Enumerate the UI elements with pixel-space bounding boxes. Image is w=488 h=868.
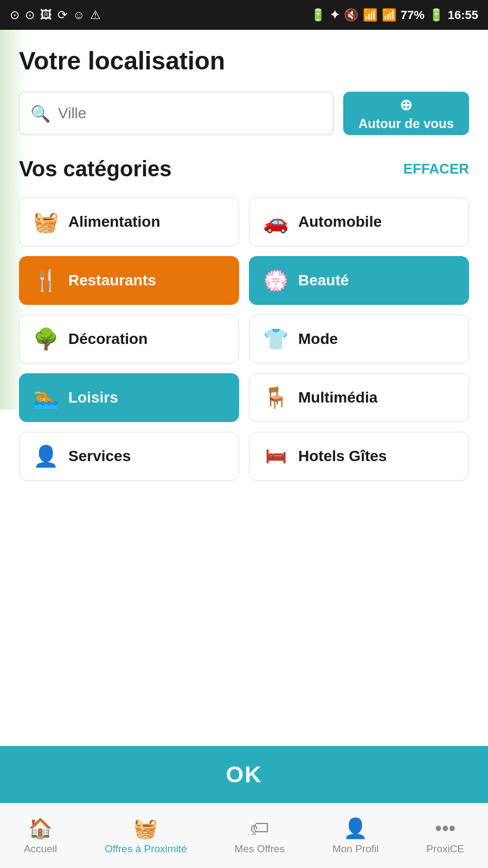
multimedia-icon: 🪑 [262, 386, 288, 410]
nav-accueil[interactable]: 🏠 Accueil [24, 817, 57, 855]
section-header: Vos catégories EFFACER [19, 157, 469, 181]
category-hotels[interactable]: 🛏 Hotels Gîtes [249, 432, 469, 481]
tag-icon: 🏷 [250, 817, 269, 840]
mode-icon: 👕 [262, 327, 288, 351]
section-title: Vos catégories [19, 157, 172, 181]
nav-offres[interactable]: 🧺 Offres à Proximité [105, 817, 187, 855]
services-label: Services [68, 448, 131, 465]
location-icon: ⊕ [400, 96, 412, 114]
location-button-label: Autour de vous [358, 116, 454, 131]
nav-offres-label: Offres à Proximité [105, 843, 187, 855]
category-alimentation[interactable]: 🧺 Alimentation [19, 197, 239, 246]
bluetooth-icon: ✦ [330, 8, 339, 22]
mute-icon: 🔇 [344, 8, 358, 22]
loisirs-icon: 🏊 [33, 386, 59, 410]
fb2-icon: ⊙ [25, 8, 35, 22]
nav-mon-profil-label: Mon Profil [332, 843, 379, 855]
automobile-label: Automobile [298, 213, 382, 231]
sync-icon: ⟳ [57, 8, 67, 22]
status-info: 🔋 ✦ 🔇 📶 📶 77% 🔋 16:55 [311, 8, 478, 22]
search-icon: 🔍 [30, 104, 50, 123]
nav-proxice[interactable]: ••• ProxiCE [426, 817, 464, 855]
category-loisirs[interactable]: 🏊 Loisirs [19, 373, 239, 422]
beaute-icon: 💮 [262, 269, 288, 292]
ok-button[interactable]: OK [0, 746, 488, 803]
alimentation-icon: 🧺 [33, 210, 59, 234]
nav-proxice-label: ProxiCE [426, 843, 464, 855]
multimedia-label: Multimédia [298, 389, 377, 406]
category-multimedia[interactable]: 🪑 Multimédia [249, 373, 469, 422]
modal-content: Votre localisation 🔍 ⊕ Autour de vous Vo… [0, 30, 488, 746]
category-mode[interactable]: 👕 Mode [249, 315, 469, 363]
hotels-icon: 🛏 [262, 445, 288, 468]
location-button[interactable]: ⊕ Autour de vous [343, 92, 469, 135]
status-icons: ⊙ ⊙ 🖼 ⟳ ☺ ⚠ [10, 8, 101, 22]
nav-mes-offres[interactable]: 🏷 Mes Offres [235, 817, 285, 855]
automobile-icon: 🚗 [262, 210, 288, 234]
alimentation-label: Alimentation [68, 213, 160, 231]
search-input[interactable] [58, 105, 322, 122]
more-icon: ••• [435, 817, 455, 840]
battery-icon: 🔋 [311, 8, 325, 22]
category-decoration[interactable]: 🌳 Décoration [19, 315, 239, 363]
nav-mon-profil[interactable]: 👤 Mon Profil [332, 817, 379, 855]
restaurants-icon: 🍴 [33, 269, 59, 292]
battery-pct: 77% [401, 8, 425, 22]
nav-mes-offres-label: Mes Offres [235, 843, 285, 855]
category-automobile[interactable]: 🚗 Automobile [249, 197, 469, 246]
search-row: 🔍 ⊕ Autour de vous [19, 92, 469, 135]
warn-icon: ⚠ [90, 8, 101, 22]
bottom-nav: 🏠 Accueil 🧺 Offres à Proximité 🏷 Mes Off… [0, 803, 488, 868]
home-icon: 🏠 [28, 817, 53, 840]
status-bar: ⊙ ⊙ 🖼 ⟳ ☺ ⚠ 🔋 ✦ 🔇 📶 📶 77% 🔋 16:55 [0, 0, 488, 30]
beaute-label: Beauté [298, 272, 349, 289]
fb-icon: ⊙ [10, 8, 20, 22]
restaurants-label: Restaurants [68, 272, 156, 289]
main-modal: Votre localisation 🔍 ⊕ Autour de vous Vo… [0, 30, 488, 868]
category-services[interactable]: 👤 Services [19, 432, 239, 481]
nav-accueil-label: Accueil [24, 843, 57, 855]
wifi-icon: 📶 [363, 8, 377, 22]
services-icon: 👤 [33, 444, 59, 468]
effacer-button[interactable]: EFFACER [403, 161, 469, 177]
page-title: Votre localisation [19, 46, 469, 75]
hotels-label: Hotels Gîtes [298, 448, 387, 465]
decoration-label: Décoration [68, 330, 147, 348]
category-beaute[interactable]: 💮 Beauté [249, 256, 469, 305]
category-restaurants[interactable]: 🍴 Restaurants [19, 256, 239, 305]
mode-label: Mode [298, 330, 338, 348]
basket-icon: 🧺 [133, 817, 158, 840]
decoration-icon: 🌳 [33, 327, 59, 351]
battery-full-icon: 🔋 [429, 8, 444, 22]
img-icon: 🖼 [40, 8, 52, 22]
profile-icon: 👤 [343, 817, 368, 840]
search-box[interactable]: 🔍 [19, 92, 333, 135]
category-grid: 🧺 Alimentation 🚗 Automobile 🍴 Restaurant… [19, 197, 469, 481]
signal-icon: 📶 [382, 8, 396, 22]
loisirs-label: Loisirs [68, 389, 118, 406]
time: 16:55 [448, 8, 478, 22]
emoji-icon: ☺ [73, 8, 85, 22]
